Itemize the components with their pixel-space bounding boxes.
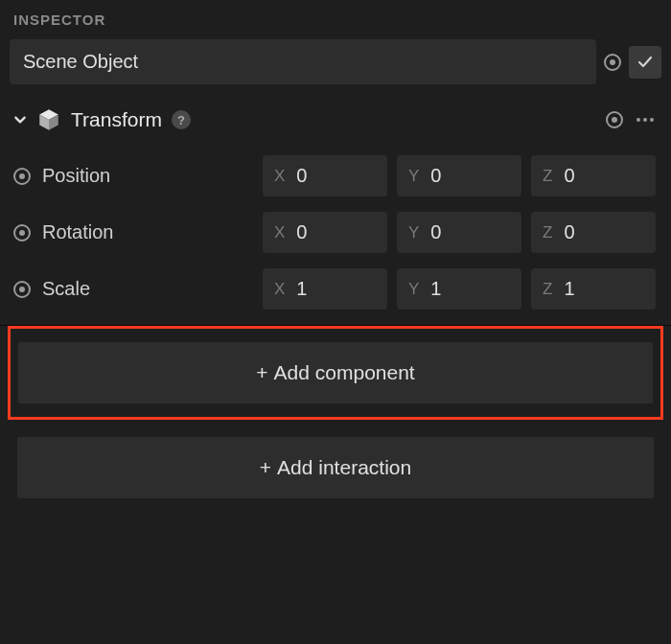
scale-y-input[interactable] — [430, 278, 510, 300]
chevron-down-icon — [13, 113, 27, 126]
position-y-field[interactable]: Y — [397, 155, 521, 196]
add-component-button[interactable]: + Add component — [18, 342, 653, 403]
rotation-x-input[interactable] — [296, 221, 376, 243]
axis-x-label: X — [274, 167, 285, 186]
rotation-row: Rotation X Y Z — [10, 204, 661, 261]
plus-icon: + — [256, 361, 267, 384]
position-keyframe-toggle[interactable] — [13, 168, 31, 185]
scale-x-field[interactable]: X — [263, 268, 387, 310]
axis-y-label: Y — [408, 167, 419, 186]
rotation-y-input[interactable] — [430, 221, 510, 243]
transform-visibility-toggle[interactable] — [606, 111, 623, 128]
more-icon[interactable] — [633, 114, 658, 126]
rotation-label: Rotation — [42, 221, 253, 243]
scale-z-input[interactable] — [564, 278, 644, 300]
axis-y-label: Y — [408, 223, 419, 242]
rotation-x-field[interactable]: X — [263, 212, 387, 253]
object-visibility-toggle[interactable] — [604, 54, 621, 71]
object-header-row — [10, 39, 661, 84]
rotation-z-field[interactable]: Z — [531, 212, 656, 253]
position-z-input[interactable] — [564, 165, 644, 187]
axis-y-label: Y — [408, 280, 419, 299]
scale-x-input[interactable] — [296, 278, 376, 300]
rotation-keyframe-toggle[interactable] — [13, 224, 31, 242]
axis-z-label: Z — [543, 167, 552, 186]
axis-z-label: Z — [543, 223, 552, 242]
add-interaction-button[interactable]: + Add interaction — [17, 437, 654, 498]
scale-y-field[interactable]: Y — [397, 268, 521, 310]
help-icon[interactable]: ? — [172, 110, 191, 129]
add-interaction-label: Add interaction — [277, 456, 411, 479]
add-component-highlight: + Add component — [8, 326, 663, 420]
position-x-input[interactable] — [296, 165, 376, 187]
plus-icon: + — [260, 456, 271, 479]
transform-title: Transform — [71, 108, 162, 131]
position-row: Position X Y Z — [10, 148, 661, 204]
transform-cube-icon — [36, 107, 61, 132]
axis-z-label: Z — [543, 280, 552, 299]
object-name-input[interactable] — [10, 39, 596, 84]
scale-z-field[interactable]: Z — [531, 268, 656, 310]
check-icon — [637, 55, 653, 70]
axis-x-label: X — [274, 223, 285, 242]
position-y-input[interactable] — [430, 165, 510, 187]
position-x-field[interactable]: X — [263, 155, 387, 196]
scale-label: Scale — [42, 278, 253, 300]
position-z-field[interactable]: Z — [531, 155, 656, 196]
transform-header[interactable]: Transform ? — [10, 102, 661, 148]
scale-row: Scale X Y Z — [10, 261, 661, 317]
rotation-z-input[interactable] — [564, 221, 644, 243]
axis-x-label: X — [274, 280, 285, 299]
object-confirm-button[interactable] — [629, 46, 661, 79]
scale-keyframe-toggle[interactable] — [13, 281, 31, 298]
position-label: Position — [42, 165, 253, 187]
add-component-label: Add component — [274, 361, 415, 384]
rotation-y-field[interactable]: Y — [397, 212, 521, 253]
panel-title: INSPECTOR — [10, 12, 661, 28]
